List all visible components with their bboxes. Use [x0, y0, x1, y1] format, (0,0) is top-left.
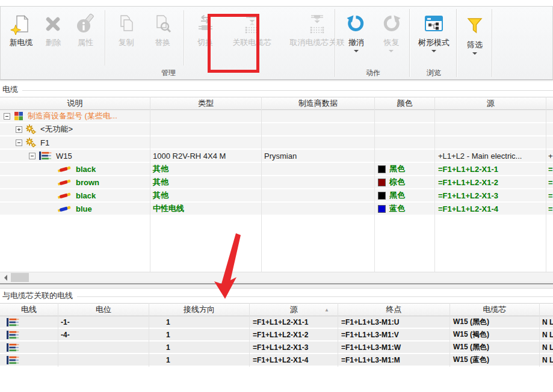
- wire-blue-icon: [57, 205, 72, 213]
- color-cell: 黑色: [375, 189, 435, 201]
- wire-row[interactable]: -4-1=F1+L1+L2-X1-2=F1+L1+L3-M1:VW15 (褐色)…: [0, 329, 553, 340]
- replace-label: 替换: [155, 38, 170, 47]
- tree-description-cell: <无功能>: [0, 123, 150, 135]
- target-cell: =F1+L1+L3-M1:V: [338, 329, 450, 340]
- group-caption-actions: 动作: [336, 68, 410, 78]
- color-name-label: 蓝色: [389, 203, 405, 214]
- column-header-3[interactable]: 制造商数据: [262, 97, 375, 110]
- column-header-2[interactable]: 类型: [150, 97, 262, 110]
- wiring-direction-cell: 1: [149, 316, 250, 328]
- replace-button[interactable]: 替换: [146, 7, 179, 67]
- properties-button[interactable]: 属性: [70, 7, 101, 67]
- scrollbar-left-arrow-icon[interactable]: [1, 273, 10, 282]
- cable-core-cell: W15 (蓝色): [450, 354, 540, 366]
- new-cable-button[interactable]: 新电缆: [5, 7, 37, 67]
- undo-icon: [345, 10, 367, 38]
- wires-table-header: 电线电位接线方向源▲终点电缆芯: [0, 303, 553, 316]
- tree-item-label: black: [76, 191, 96, 200]
- tree-description-cell: black: [0, 163, 150, 175]
- column-header-1[interactable]: 电线: [0, 303, 58, 316]
- wire-row[interactable]: 1=F1+L1+L2-X1-4=F1+L1+L3-M1:MW15 (蓝色)N L: [0, 354, 553, 366]
- cable-tree-row[interactable]: 制造商设备型号 (某些电...: [0, 110, 553, 122]
- type-cell: 其他: [150, 176, 262, 188]
- column-header-3[interactable]: 接线方向: [149, 303, 250, 316]
- column-header-label: 源: [487, 98, 495, 109]
- color-cell: [375, 123, 435, 135]
- source-cell: =F1+L1+L2-X1-2: [250, 329, 338, 340]
- type-cell: 其他: [150, 189, 262, 201]
- source-cell: =F1+L1+L2-X1-1: [250, 316, 338, 328]
- tree-mode-dropdown-arrow-icon[interactable]: [431, 50, 436, 52]
- horizontal-scrollbar[interactable]: [0, 272, 553, 283]
- replace-icon: [152, 10, 173, 38]
- wire-icon-cell: [0, 329, 58, 340]
- column-header-5[interactable]: 终点: [338, 303, 450, 316]
- undo-dropdown-arrow-icon[interactable]: [354, 50, 359, 52]
- cable-icon: [7, 356, 19, 364]
- color-cell: [375, 110, 435, 122]
- target-cell: =F1+L1+L3-M1:W: [338, 341, 450, 353]
- tree-item-label: 制造商设备型号 (某些电...: [28, 111, 117, 121]
- cable-panel-title: 电缆: [0, 82, 553, 97]
- potential-cell: -4-: [58, 329, 149, 340]
- copy-button[interactable]: 复制: [110, 7, 143, 67]
- manufacturer-data-cell: [262, 176, 375, 188]
- color-cell: [375, 136, 435, 149]
- ribbon-group-filter: 筛选: [458, 7, 492, 79]
- cable-tree-row[interactable]: black其他黑色=F1+L1+L2-X1-1=: [0, 163, 553, 175]
- type-cell: 1000 R2V-RH 4X4 M: [150, 150, 262, 162]
- wire-row[interactable]: 1=F1+L1+L2-X1-3=F1+L1+L3-M1:WW15 (黑色)N L: [0, 341, 553, 353]
- type-cell: [150, 123, 262, 135]
- cable-icon: [7, 343, 19, 352]
- color-swatch: [378, 192, 386, 200]
- column-header-label: 说明: [67, 98, 83, 109]
- column-header-6[interactable]: 电缆芯: [450, 303, 540, 316]
- overflow-cell: N L: [540, 316, 553, 328]
- cable-tree-row[interactable]: W151000 R2V-RH 4X4 MPrysmian+L1+L2 - Mai…: [0, 150, 553, 162]
- redo-button[interactable]: 恢复: [375, 7, 407, 67]
- panel-splitter[interactable]: [0, 283, 553, 289]
- tree-expand-toggle[interactable]: [16, 126, 22, 133]
- properties-label: 属性: [78, 38, 93, 47]
- tree-item-label: <无功能>: [40, 124, 73, 135]
- group-separator: [184, 10, 184, 66]
- manufacturer-data-cell: [262, 163, 375, 175]
- column-header-4[interactable]: 颜色: [375, 97, 435, 110]
- cable-tree-row[interactable]: <无功能>: [0, 123, 553, 135]
- wire-red-icon: [57, 165, 72, 173]
- redo-dropdown-arrow-icon[interactable]: [389, 50, 394, 52]
- delete-button[interactable]: 删除: [39, 7, 67, 67]
- group-caption-browse: 浏览: [411, 68, 457, 78]
- column-header-5[interactable]: 源: [435, 97, 546, 110]
- color-swatch: [378, 165, 386, 173]
- cable-tree-row[interactable]: brown其他棕色=F1+L1+L2-X1-2=: [0, 176, 553, 188]
- type-cell: [150, 136, 262, 149]
- column-header-2[interactable]: 电位: [58, 303, 149, 316]
- filter-button[interactable]: 筛选: [459, 7, 491, 67]
- cable-tree-row[interactable]: F1: [0, 136, 553, 149]
- column-header-overflow: [546, 97, 553, 110]
- wire-icon-cell: [0, 316, 58, 328]
- cube-icon: [14, 111, 23, 121]
- color-cell: 黑色: [375, 163, 435, 175]
- scrollbar-thumb[interactable]: [11, 273, 29, 282]
- tree-collapse-toggle[interactable]: [4, 113, 10, 120]
- wire-red-icon: [57, 192, 72, 200]
- tree-item-label: F1: [40, 138, 49, 147]
- tree-mode-label: 树形模式: [418, 38, 450, 47]
- overflow-cell: =: [546, 176, 553, 188]
- tree-collapse-toggle[interactable]: [16, 139, 22, 146]
- tree-mode-button[interactable]: 树形模式: [412, 7, 456, 67]
- cable-tree-row[interactable]: black其他黑色=F1+L1+L2-X1-3=: [0, 189, 553, 201]
- undo-button[interactable]: 撤消: [340, 7, 372, 67]
- cable-tree-row[interactable]: blue中性电线蓝色=F1+L1+L2-X1-4=: [0, 203, 553, 215]
- cable-table-header: 说明类型制造商数据颜色源: [0, 97, 553, 110]
- wiring-direction-cell: 1: [149, 341, 250, 353]
- column-header-1[interactable]: 说明: [0, 97, 150, 110]
- wire-row[interactable]: -1-1=F1+L1+L2-X1-1=F1+L1+L3-M1:UW15 (黑色)…: [0, 316, 553, 328]
- filter-dropdown-arrow-icon[interactable]: [472, 52, 477, 55]
- tree-collapse-toggle[interactable]: [29, 153, 36, 159]
- source-cell: =F1+L1+L2-X1-2: [435, 176, 546, 188]
- properties-icon: [75, 10, 96, 38]
- column-header-4[interactable]: 源▲: [250, 303, 338, 316]
